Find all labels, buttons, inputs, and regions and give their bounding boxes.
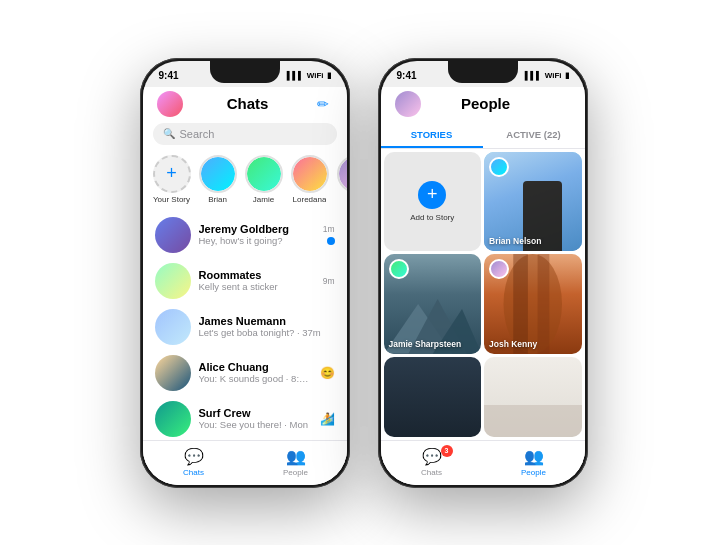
chat-info-james: James Nuemann Let's get boba tonight? · …: [199, 315, 327, 338]
emoji-surf: 🏄: [320, 412, 335, 426]
chat-preview-james: Let's get boba tonight? · 37m: [199, 327, 327, 338]
unread-dot-jeremy: [327, 237, 335, 245]
chat-time-jeremy: 1m: [323, 224, 335, 234]
people-profile-avatar[interactable]: [395, 91, 421, 117]
profile-avatar[interactable]: [157, 91, 183, 117]
chat-item-surf[interactable]: Surf Crew You: See you there! · Mon 🏄: [143, 396, 347, 440]
story-card-add[interactable]: + Add to Story: [384, 152, 482, 252]
chats-screen: Chats ✏ 🔍 Search + Your Story: [143, 87, 347, 485]
chats-header: Chats ✏: [143, 87, 347, 121]
status-time-left: 9:41: [159, 70, 179, 81]
people-tab-label: People: [283, 468, 308, 477]
chat-meta-alice: 😊: [320, 366, 335, 380]
add-story-label: Add to Story: [410, 213, 454, 222]
chat-preview-surf: You: See you there! · Mon: [199, 419, 312, 430]
signal-icon-right: ▌▌▌: [525, 71, 542, 80]
signal-icon: ▌▌▌: [287, 71, 304, 80]
tab-chats-right[interactable]: 💬 Chats 3: [381, 447, 483, 477]
wifi-icon-right: WiFi: [545, 71, 562, 80]
story-label-brian: Brian: [208, 195, 227, 204]
notch-right: [448, 61, 518, 83]
chat-avatar-james: [155, 309, 191, 345]
tab-bar-left: 💬 Chats 👥 People: [143, 440, 347, 485]
search-icon: 🔍: [163, 128, 175, 139]
people-tab-icon: 👥: [286, 447, 306, 466]
chat-info-roommates: Roommates Kelly sent a sticker: [199, 269, 315, 292]
story-avatar-jamie[interactable]: [245, 155, 283, 193]
chats-tab-label: Chats: [183, 468, 204, 477]
stories-tab-active[interactable]: ACTIVE (22): [483, 121, 585, 148]
chat-preview-alice: You: K sounds good · 8:24am: [199, 373, 312, 384]
chats-tab-icon: 💬: [184, 447, 204, 466]
tab-bar-right: 💬 Chats 3 👥 People: [381, 440, 585, 485]
story-item-add[interactable]: + Your Story: [153, 155, 191, 204]
chat-item-alice[interactable]: Alice Chuang You: K sounds good · 8:24am…: [143, 350, 347, 396]
chats-title: Chats: [227, 95, 269, 112]
chat-list: Jeremy Goldberg Hey, how's it going? 1m …: [143, 212, 347, 440]
chat-item-jeremy[interactable]: Jeremy Goldberg Hey, how's it going? 1m: [143, 212, 347, 258]
battery-icon: ▮: [327, 71, 331, 80]
story-card-brian[interactable]: Brian Nelson: [484, 152, 582, 252]
add-story-avatar[interactable]: +: [153, 155, 191, 193]
chat-name-james: James Nuemann: [199, 315, 327, 327]
story-card-light[interactable]: [484, 357, 582, 437]
story-item-gen[interactable]: Ge...: [337, 155, 347, 204]
right-phone: 9:41 ▌▌▌ WiFi ▮ People STORIES ACTIVE (: [378, 58, 588, 488]
chat-item-roommates[interactable]: Roommates Kelly sent a sticker 9m: [143, 258, 347, 304]
chat-meta-roommates: 9m: [323, 276, 335, 286]
story-item-brian[interactable]: Brian: [199, 155, 237, 204]
people-tab-icon-right: 👥: [524, 447, 544, 466]
story-label-jamie-card: Jamie Sharpsteen: [389, 339, 462, 349]
stories-tab-stories[interactable]: STORIES: [381, 121, 483, 148]
scene: 9:41 ▌▌▌ WiFi ▮ Chats ✏ 🔍 Search: [140, 58, 588, 488]
tab-chats-left[interactable]: 💬 Chats: [143, 447, 245, 477]
edit-icon[interactable]: ✏: [313, 94, 333, 114]
chat-name-alice: Alice Chuang: [199, 361, 312, 373]
story-avatar-brian: [489, 157, 509, 177]
add-story-plus: +: [418, 181, 446, 209]
chat-meta-surf: 🏄: [320, 412, 335, 426]
story-avatar-brian[interactable]: [199, 155, 237, 193]
chat-info-surf: Surf Crew You: See you there! · Mon: [199, 407, 312, 430]
story-label-add: Your Story: [153, 195, 190, 204]
notch: [210, 61, 280, 83]
story-avatar-jamie-card: [389, 259, 409, 279]
story-avatar-gen[interactable]: [337, 155, 347, 193]
chat-name-jeremy: Jeremy Goldberg: [199, 223, 315, 235]
search-placeholder: Search: [180, 128, 215, 140]
story-label-loredana: Loredana: [293, 195, 327, 204]
chat-preview-roommates: Kelly sent a sticker: [199, 281, 315, 292]
chat-meta-jeremy: 1m: [323, 224, 335, 245]
chat-preview-jeremy: Hey, how's it going?: [199, 235, 315, 246]
chat-item-james[interactable]: James Nuemann Let's get boba tonight? · …: [143, 304, 347, 350]
people-tab-label-right: People: [521, 468, 546, 477]
chat-name-roommates: Roommates: [199, 269, 315, 281]
story-card-jamie[interactable]: Jamie Sharpsteen: [384, 254, 482, 354]
light-card-bottom: [484, 405, 582, 437]
people-screen: People STORIES ACTIVE (22) + Add to Stor…: [381, 87, 585, 485]
stories-grid: + Add to Story Brian Nelson: [381, 149, 585, 440]
story-avatar-loredana[interactable]: [291, 155, 329, 193]
chat-avatar-jeremy: [155, 217, 191, 253]
stories-tab-bar: STORIES ACTIVE (22): [381, 121, 585, 149]
chat-time-roommates: 9m: [323, 276, 335, 286]
story-card-josh[interactable]: Josh Kenny: [484, 254, 582, 354]
chats-tab-label-right: Chats: [421, 468, 442, 477]
battery-icon-right: ▮: [565, 71, 569, 80]
search-bar[interactable]: 🔍 Search: [153, 123, 337, 145]
people-title: People: [461, 95, 510, 112]
story-item-jamie[interactable]: Jamie: [245, 155, 283, 204]
chats-badge-right: 3: [441, 445, 453, 457]
story-item-loredana[interactable]: Loredana: [291, 155, 329, 204]
chats-tab-icon-right: 💬: [422, 447, 442, 466]
story-card-dark[interactable]: [384, 357, 482, 437]
tab-people-right[interactable]: 👥 People: [483, 447, 585, 477]
wifi-icon: WiFi: [307, 71, 324, 80]
story-label-jamie: Jamie: [253, 195, 274, 204]
tab-people-left[interactable]: 👥 People: [245, 447, 347, 477]
emoji-alice: 😊: [320, 366, 335, 380]
left-phone: 9:41 ▌▌▌ WiFi ▮ Chats ✏ 🔍 Search: [140, 58, 350, 488]
people-header: People: [381, 87, 585, 121]
chat-avatar-alice: [155, 355, 191, 391]
chat-avatar-surf: [155, 401, 191, 437]
